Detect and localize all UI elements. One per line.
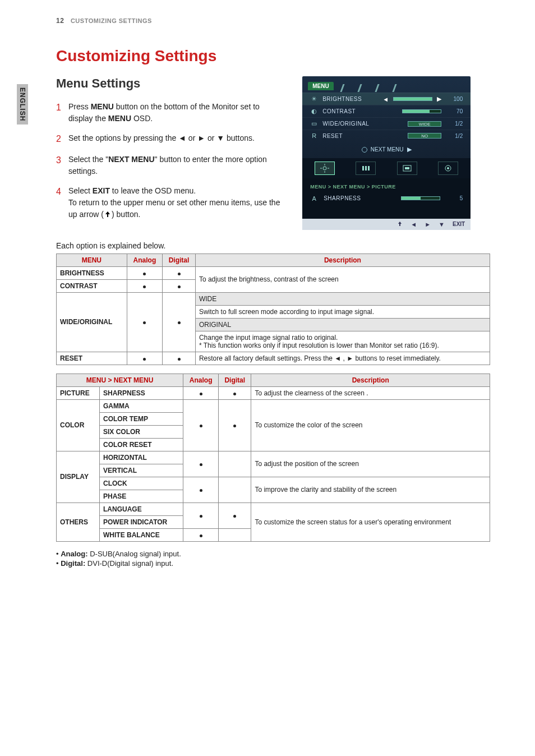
circle-icon — [362, 147, 367, 153]
cell-submenu: VERTICAL — [100, 464, 183, 477]
osd-slider — [393, 97, 432, 101]
table-intro-text: Each option is explained below. — [56, 241, 490, 250]
step-number: 1 — [56, 101, 68, 125]
cell-analog — [183, 477, 219, 503]
osd-panel: MENU ☀BRIGHTNESS◄▶100◐CONTRAST70▭WIDE/OR… — [302, 76, 471, 230]
sun-icon — [320, 164, 329, 173]
cell-submenu: LANGUAGE — [100, 503, 183, 515]
table-row: PICTURE SHARPNESS To adjust the clearnes… — [57, 386, 490, 399]
bars-icon — [361, 165, 370, 172]
osd-sub-label: SHARPNESS — [324, 195, 395, 201]
osd-slider — [401, 196, 440, 200]
osd-value: 5 — [446, 195, 463, 201]
dot-icon — [200, 534, 202, 537]
table-row: DISPLAY HORIZONTAL To adjust the positio… — [57, 451, 490, 464]
osd-sub-row: A SHARPNESS 5 — [310, 195, 463, 202]
cell-submenu: WHITE BALANCE — [100, 528, 183, 541]
osd-tab-picture — [315, 162, 335, 175]
step-4: 4 Select EXIT to leave the OSD menu. To … — [56, 185, 285, 220]
table-row: RESET Restore all factory default settin… — [57, 352, 490, 365]
cell-desc-line: Change the input image signal ratio to o… — [199, 334, 338, 342]
step-3: 3 Select the "NEXT MENU" button to enter… — [56, 154, 285, 177]
osd-breadcrumb: MENU > NEXT MENU > PICTURE — [310, 184, 463, 190]
osd-menu-tab: MENU — [308, 82, 333, 90]
cell-menu: BRIGHTNESS — [57, 266, 127, 279]
letter-a-icon: A — [310, 195, 318, 202]
cell-digital — [219, 477, 251, 503]
cell-menu: OTHERS — [57, 503, 100, 541]
up-arrow-icon — [397, 221, 403, 228]
cell-menu: WIDE/ORIGINAL — [57, 292, 127, 352]
footnote-digital: Digital: DVI-D(Digital signal) input. — [56, 559, 490, 568]
osd-row-icon: ◐ — [310, 108, 318, 115]
table-row: CLOCK To improve the clarity and stabili… — [57, 477, 490, 490]
dot-icon — [200, 515, 202, 518]
page-title: Customizing Settings — [56, 47, 490, 65]
osd-mode-indicator: WIDE — [408, 121, 441, 127]
osd-row-label: CONTRAST — [322, 108, 398, 114]
osd-next-menu-row: NEXT MENU▶ — [302, 141, 471, 158]
cell-desc-line: * This function works only if input reso… — [199, 342, 439, 349]
table-header: MENU — [57, 253, 127, 266]
table-row: BRIGHTNESS To adjust the brightness, con… — [57, 266, 490, 279]
cell-analog — [183, 451, 219, 477]
table-header: MENU > NEXT MENU — [57, 374, 183, 386]
step-text: OSD. — [131, 114, 153, 123]
dot-icon — [233, 393, 236, 395]
step-number: 4 — [56, 185, 68, 220]
svg-point-0 — [323, 167, 326, 170]
osd-footer: ◄ ► ▼ EXIT — [302, 219, 471, 230]
cell-desc: To adjust the clearness of the screen . — [251, 386, 490, 399]
osd-value: 70 — [446, 108, 463, 114]
cell-desc: Restore all factory default settings. Pr… — [195, 352, 490, 365]
osd-row: ▭WIDE/ORIGINALWIDE1/2 — [302, 117, 471, 130]
osd-slider — [402, 109, 441, 113]
dot-icon — [233, 515, 236, 518]
osd-row-label: BRIGHTNESS — [322, 96, 378, 102]
osd-row-label: WIDE/ORIGINAL — [322, 121, 403, 127]
dot-icon — [178, 358, 181, 361]
chevron-right-icon: ► — [425, 221, 431, 228]
table-header: Digital — [163, 253, 196, 266]
cell-desc: To adjust the brightness, contrast of th… — [195, 266, 490, 292]
cell-desc: Switch to full screen mode according to … — [195, 305, 490, 318]
dot-icon — [143, 358, 146, 361]
cell-submenu: SHARPNESS — [100, 386, 183, 399]
cell-digital — [219, 399, 251, 451]
footnote-label: Analog: — [61, 550, 87, 558]
table-row: OTHERS LANGUAGE To customize the screen … — [57, 503, 490, 515]
footnotes: Analog: D-SUB(Analog signal) input. Digi… — [56, 550, 490, 568]
cell-menu: COLOR — [57, 399, 100, 451]
osd-value: 100 — [446, 96, 463, 102]
chevron-right-icon: ▶ — [437, 95, 441, 103]
dot-icon — [143, 321, 146, 324]
dot-icon — [178, 273, 181, 275]
step-text: Select — [68, 186, 93, 195]
svg-rect-7 — [368, 166, 370, 170]
step-text: ) button. — [112, 210, 140, 219]
svg-point-11 — [447, 167, 449, 169]
step-text: Press — [68, 102, 91, 111]
osd-exit-label: EXIT — [453, 221, 465, 227]
osd-row-icon: ▭ — [310, 120, 318, 127]
dot-icon — [143, 285, 146, 288]
cell-menu: PICTURE — [57, 386, 100, 399]
svg-rect-6 — [365, 166, 367, 170]
step-1: 1 Press MENU button on the bottom of the… — [56, 101, 285, 125]
osd-value: 1/2 — [446, 121, 463, 127]
table-header: Description — [251, 374, 490, 386]
step-text: EXIT — [93, 186, 110, 195]
cell-desc: To adjust the position of the screen — [251, 451, 490, 477]
cell-digital — [219, 386, 251, 399]
svg-rect-5 — [362, 166, 364, 170]
osd-row: RRESETNO1/2 — [302, 130, 471, 141]
cell-subheader: WIDE — [195, 292, 490, 305]
table-row: WIDE/ORIGINAL WIDE — [57, 292, 490, 305]
chevron-down-icon: ▼ — [439, 221, 445, 228]
dot-icon — [178, 321, 181, 324]
sidebar-language-tab: ENGLISH — [17, 84, 28, 125]
osd-row: ☀BRIGHTNESS◄▶100 — [302, 93, 471, 105]
cell-submenu: GAMMA — [100, 399, 183, 412]
dot-icon — [200, 489, 202, 492]
cell-desc: Change the input image signal ratio to o… — [195, 331, 490, 352]
